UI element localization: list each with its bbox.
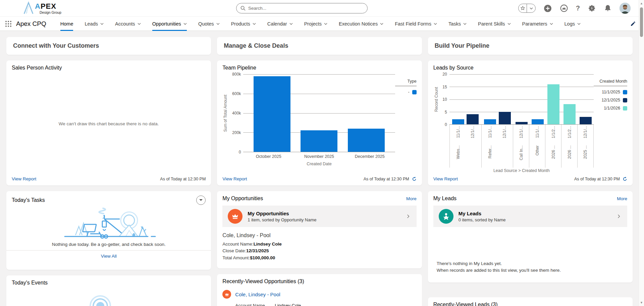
- edit-navigation-pencil-icon[interactable]: [630, 21, 636, 27]
- legend-entry: 12/1/2025: [594, 98, 627, 102]
- refresh-icon[interactable]: [623, 177, 627, 181]
- favorites-control[interactable]: [518, 4, 536, 13]
- tab-calendar[interactable]: Calendar: [267, 16, 293, 31]
- record-field: Account Name:Lindsey Cole: [222, 241, 416, 248]
- legend-entry: 11/1/2025: [594, 90, 627, 94]
- tab-products[interactable]: Products: [231, 16, 256, 31]
- favorite-star-icon[interactable]: [519, 4, 527, 12]
- view-report-link[interactable]: View Report: [12, 176, 36, 181]
- axis-group: 11/1/...12/1/...Refer...: [481, 125, 513, 168]
- help-icon[interactable]: ?: [576, 4, 580, 12]
- chevron-down-icon: [463, 23, 467, 25]
- axis-group: 1/1/2...2026 ...: [561, 125, 577, 168]
- chart-legend: Created Month11/1/202512/1/20251/1/2026: [594, 74, 627, 173]
- my-leads-list-link[interactable]: My Leads 0 items, sorted by Name: [433, 206, 627, 227]
- tab-parameters[interactable]: Parameters: [522, 16, 553, 31]
- view-all-link[interactable]: View All: [12, 254, 206, 259]
- tab-parent-skills[interactable]: Parent Skills: [478, 16, 511, 31]
- bar-october-2025[interactable]: [254, 76, 290, 152]
- user-avatar[interactable]: [620, 3, 631, 14]
- x-axis-title: Lead Source > Created Month: [449, 168, 594, 173]
- widget-title: Sales Person Activity: [12, 65, 206, 71]
- notifications-bell-icon[interactable]: [604, 4, 612, 12]
- tasks-dropdown-button[interactable]: [196, 195, 206, 205]
- tab-leads[interactable]: Leads: [85, 16, 104, 31]
- y-axis-ticks: 20151050: [439, 74, 449, 125]
- favorites-dropdown-icon[interactable]: [527, 4, 535, 12]
- group-label: Other: [535, 145, 540, 156]
- bar[interactable]: [467, 114, 479, 124]
- bar-december-2025[interactable]: [348, 129, 385, 152]
- tab-tasks[interactable]: Tasks: [448, 16, 467, 31]
- widget-recently-viewed-opportunities: Recently-Viewed Opportunities (3) Cole, …: [217, 274, 422, 306]
- global-actions-icon[interactable]: [543, 4, 552, 13]
- tab-execution-notices[interactable]: Execution Notices: [339, 16, 383, 31]
- view-report-link[interactable]: View Report: [433, 176, 458, 181]
- widget-title: My Leads: [433, 195, 457, 202]
- more-link[interactable]: More: [617, 196, 627, 201]
- setup-gear-icon[interactable]: [588, 4, 596, 12]
- leads-empty-message: There's nothing in My Leads yet. When re…: [433, 260, 627, 279]
- widget-title: My Opportunities: [222, 195, 263, 202]
- tab-quotes[interactable]: Quotes: [198, 16, 220, 31]
- tab-home[interactable]: Home: [60, 16, 73, 31]
- chevron-down-icon: [183, 23, 187, 25]
- bar[interactable]: [452, 119, 464, 124]
- x-axis-tick-label: December 2025: [344, 154, 395, 159]
- section-title-connect: Connect with Your Customers: [6, 37, 211, 55]
- bar[interactable]: [547, 84, 559, 124]
- guidance-center-icon[interactable]: [560, 4, 568, 12]
- group-label: Refer...: [488, 145, 492, 159]
- widget-title: Leads by Source: [433, 65, 627, 71]
- widget-team-pipeline: Team Pipeline Sum of Total Amount 800k60…: [217, 60, 422, 185]
- widget-recently-viewed-leads: Recently-Viewed Leads (3) Allison Adams: [428, 297, 633, 306]
- month-tick-label: 1/1/2...: [567, 126, 572, 138]
- tab-opportunities[interactable]: Opportunities: [152, 16, 187, 31]
- legend-title: Type: [395, 79, 417, 86]
- as-of-timestamp: As of Today at 12:30 PM: [160, 177, 206, 181]
- scrollbar-thumb[interactable]: [640, 7, 643, 37]
- tab-fast-field-forms[interactable]: Fast Field Forms: [395, 16, 437, 31]
- group-label: Call In...: [519, 145, 524, 160]
- tab-logs[interactable]: Logs: [565, 16, 581, 31]
- tab-accounts[interactable]: Accounts: [115, 16, 141, 31]
- global-search[interactable]: [236, 3, 368, 13]
- bar-group: [561, 74, 578, 124]
- refresh-icon[interactable]: [412, 177, 417, 181]
- bar[interactable]: [564, 104, 576, 124]
- bar-group: [449, 74, 482, 124]
- empty-chart-message: We can't draw this chart because there i…: [12, 71, 206, 176]
- chevron-down-icon: [550, 23, 553, 25]
- record-fields: Account NameLindsey ColeClose Date12/31/…: [235, 302, 416, 306]
- scroll-down-arrow[interactable]: ▼: [639, 301, 644, 304]
- month-tick-label: 11/1/...: [535, 126, 540, 138]
- opportunity-record-link[interactable]: Cole, Lindsey - Pool: [235, 292, 280, 297]
- month-tick-label: 12/1/...: [583, 126, 588, 138]
- search-input[interactable]: [248, 6, 363, 11]
- group-label: Webs...: [456, 145, 461, 159]
- bar[interactable]: [499, 112, 511, 124]
- app-name[interactable]: Apex CPQ: [16, 20, 46, 28]
- bar-november-2025[interactable]: [301, 130, 337, 152]
- more-link[interactable]: More: [406, 196, 417, 201]
- chevron-down-icon: [507, 23, 511, 25]
- bar[interactable]: [484, 119, 496, 124]
- chevron-down-icon: [434, 23, 437, 25]
- axis-group: 12/1/...Call In...: [513, 125, 529, 168]
- month-tick-label: 12/1/...: [519, 126, 524, 138]
- tab-projects[interactable]: Projects: [304, 16, 327, 31]
- my-opportunities-list-link[interactable]: My Opportunities 1 item, sorted by Oppor…: [222, 206, 416, 227]
- opportunity-record-link[interactable]: Cole, Lindsey - Pool: [222, 232, 416, 238]
- group-label: 2026 ...: [567, 145, 572, 159]
- view-report-link[interactable]: View Report: [222, 176, 247, 181]
- bar[interactable]: [532, 119, 544, 124]
- y-axis-ticks: 800k600k400k200k0: [228, 74, 243, 152]
- month-tick-label: 12/1/...: [470, 126, 475, 138]
- page-scrollbar[interactable]: ▲ ▼: [639, 0, 644, 306]
- bar[interactable]: [580, 117, 592, 124]
- app-launcher-icon[interactable]: [5, 21, 11, 27]
- section-title-pipeline: Build Your Pipeline: [428, 37, 633, 55]
- bar[interactable]: [516, 122, 528, 124]
- scroll-up-arrow[interactable]: ▲: [639, 2, 644, 5]
- chevron-down-icon: [380, 23, 383, 25]
